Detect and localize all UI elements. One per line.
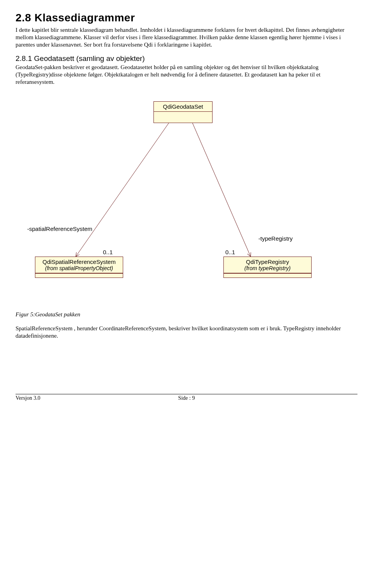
intro-paragraph: I dette kapitlet blir sentrale klassedia… [16, 26, 357, 48]
section-heading: 2.8 Klassediagrammer [16, 12, 357, 24]
page-footer: Versjon 3.0 Side : 9 [16, 394, 357, 401]
assoc-role-spatialref: -spatialReferenceSystem [27, 225, 92, 232]
figure-caption: Figur 5:GeodataSet pakken [16, 311, 357, 318]
assoc-mult-typeregistry: 0..1 [225, 249, 235, 255]
uml-class-package: (from spatialPropertyObject) [35, 265, 123, 273]
subsection-heading: 2.8.1 Geodatasett (samling av objekter) [16, 54, 357, 63]
svg-line-1 [192, 123, 251, 257]
uml-class-package: (from typeRegistry) [224, 265, 311, 273]
assoc-role-typeregistry: -typeRegistry [258, 235, 293, 242]
subsection-paragraph: GeodataSet-pakken beskriver et geodatase… [16, 64, 357, 85]
uml-diagram: QdiGeodataSet -spatialReferenceSystem 0.… [16, 101, 350, 303]
closing-paragraph: SpatialReferenceSystem , herunder Coordi… [16, 325, 357, 340]
footer-version: Versjon 3.0 [16, 395, 40, 401]
uml-class-name: QdiSpatialReferenceSystem [35, 257, 123, 265]
footer-page: Side : 9 [16, 395, 357, 401]
uml-class-typeregistry: QdiTypeRegistry (from typeRegistry) [223, 257, 312, 278]
uml-class-name: QdiGeodataSet [154, 102, 212, 112]
uml-class-name: QdiTypeRegistry [224, 257, 311, 265]
assoc-mult-spatialref: 0..1 [103, 249, 113, 255]
uml-class-geodataset: QdiGeodataSet [153, 101, 213, 123]
uml-class-spatialref: QdiSpatialReferenceSystem (from spatialP… [35, 257, 123, 278]
svg-line-0 [76, 123, 169, 257]
